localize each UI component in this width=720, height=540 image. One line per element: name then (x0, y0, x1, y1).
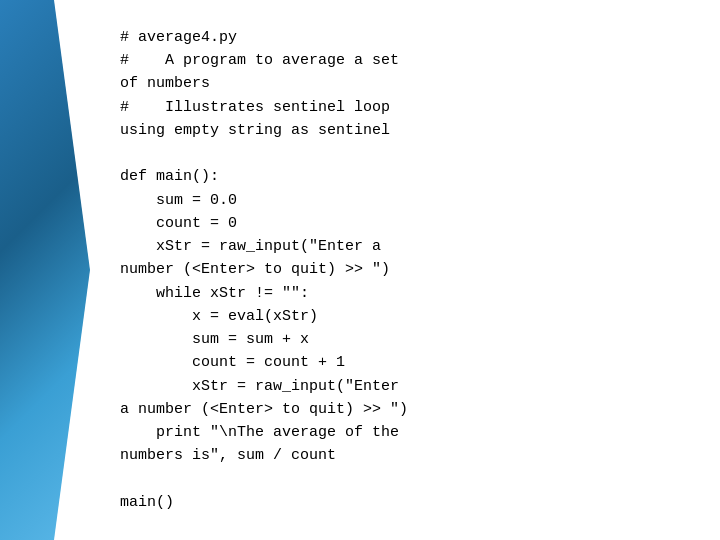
left-decoration (0, 0, 90, 540)
code-area: # average4.py # A program to average a s… (110, 6, 690, 534)
code-block: # average4.py # A program to average a s… (120, 26, 680, 514)
slide-container: # average4.py # A program to average a s… (0, 0, 720, 540)
